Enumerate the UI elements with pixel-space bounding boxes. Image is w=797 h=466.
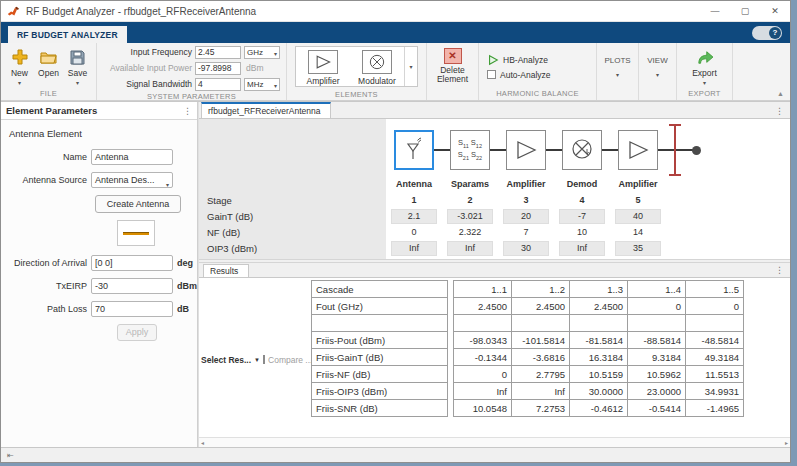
available-input-power-unit: dBm — [246, 63, 263, 73]
status-bar: ⇤ — [1, 447, 790, 462]
signal-bandwidth-field[interactable]: 4 — [195, 78, 241, 91]
toolstrip-collapse-icon[interactable]: ▲ — [777, 90, 784, 97]
input-frequency-unit-dropdown[interactable]: GHz ▾ — [244, 46, 280, 59]
stage-row-label: GainT (dB) — [199, 211, 386, 222]
minimize-button[interactable]: — — [700, 1, 730, 21]
txeirp-field[interactable]: -30 — [91, 278, 173, 294]
results-cell: 30.0000 — [570, 383, 628, 400]
amplifier-element-button[interactable]: Amplifier — [296, 47, 350, 86]
chevron-down-icon: ▾ — [703, 79, 706, 85]
results-row-header[interactable]: Friis-SNR (dB) — [312, 400, 448, 417]
results-row-header[interactable]: Friis-GainT (dB) — [312, 349, 448, 366]
results-row-header[interactable] — [312, 315, 448, 332]
auto-analyze-checkbox[interactable]: Auto-Analyze — [487, 70, 551, 80]
new-button[interactable]: New ▾ — [5, 45, 34, 88]
results-table: CascadeFout (GHz)Friis-Pout (dBm)Friis-G… — [311, 280, 744, 437]
block-amplifier[interactable] — [618, 130, 658, 170]
stage-value-field[interactable]: -7 — [559, 209, 605, 224]
results-row-header[interactable]: Friis-NF (dB) — [312, 366, 448, 383]
panel-menu-icon[interactable]: ⋮ — [183, 106, 192, 116]
export-button[interactable]: Export ▾ — [685, 45, 725, 88]
output-marker[interactable] — [669, 124, 681, 176]
results-tab[interactable]: Results — [203, 264, 249, 277]
compare-label: Compare ... — [268, 355, 311, 365]
stage-value-field[interactable]: -3.021 — [447, 209, 493, 224]
document-tab[interactable]: rfbudget_RFReceiverAntenna — [201, 102, 331, 118]
available-input-power-field[interactable]: -97.8998 — [195, 62, 241, 75]
output-port-icon[interactable] — [692, 146, 701, 155]
results-menu-icon[interactable]: ⋮ — [775, 265, 784, 275]
plots-dropdown-button[interactable]: PLOTS ▾ — [601, 45, 634, 88]
input-frequency-label: Input Frequency — [103, 47, 195, 57]
delete-icon: ✕ — [444, 48, 462, 64]
results-row-header[interactable]: Cascade — [312, 281, 448, 298]
signal-bandwidth-unit-dropdown[interactable]: MHz ▾ — [244, 78, 280, 91]
stage-value-field[interactable]: 2.1 — [391, 209, 437, 224]
rf-chain: S11 S12S21 S22 — [386, 124, 790, 176]
name-field[interactable]: Antenna — [91, 149, 173, 165]
open-button[interactable]: Open — [34, 45, 63, 88]
new-dropdown-icon[interactable]: ▾ — [18, 79, 21, 85]
modulator-element-button[interactable]: Modulator — [350, 47, 404, 86]
scroll-left-icon[interactable]: ◂ — [201, 439, 204, 446]
results-cell: 49.3184 — [686, 349, 744, 366]
results-row-header[interactable]: Fout (GHz) — [312, 298, 448, 315]
stage-value-field[interactable]: Inf — [559, 241, 605, 256]
harmonic-balance-section-label: HARMONIC BALANCE — [479, 88, 596, 100]
block-antenna[interactable] — [394, 130, 434, 170]
antenna-source-dropdown[interactable]: Antenna Des... ▾ — [91, 172, 173, 188]
elements-section: Amplifier Modulator ▾ ELEMENTS — [287, 43, 427, 100]
save-dropdown-icon[interactable]: ▾ — [76, 79, 79, 85]
available-input-power-label: Available Input Power — [103, 63, 195, 73]
input-frequency-field[interactable]: 2.45 — [195, 46, 241, 59]
select-results-arrow-icon[interactable]: ▼ — [254, 357, 260, 363]
view-dropdown-button[interactable]: VIEW ▾ — [643, 45, 672, 88]
results-cell: 11.5513 — [686, 366, 744, 383]
block-demod[interactable] — [562, 130, 602, 170]
scroll-right-icon[interactable]: ▸ — [785, 439, 788, 446]
maximize-button[interactable]: ▢ — [730, 1, 760, 21]
results-row-header[interactable]: Friis-OIP3 (dBm) — [312, 383, 448, 400]
play-icon — [487, 54, 499, 66]
results-cell: -1.4965 — [686, 400, 744, 417]
results-cell: -3.6816 — [512, 349, 570, 366]
close-button[interactable]: ✕ — [760, 1, 790, 21]
hb-analyze-button[interactable]: HB-Analyze — [487, 54, 551, 66]
antenna-source-label: Antenna Source — [9, 175, 91, 185]
compare-checkbox[interactable] — [263, 355, 265, 364]
stage-value-field[interactable]: 20 — [503, 209, 549, 224]
export-section: Export ▾ EXPORT — [677, 43, 733, 100]
ribbon-tab-rf-budget-analyzer[interactable]: RF BUDGET ANALYZER — [8, 26, 127, 43]
status-collapse-icon[interactable]: ⇤ — [7, 451, 14, 460]
app-window: RF Budget Analyzer - rfbudget_RFReceiver… — [0, 0, 791, 463]
save-button[interactable]: Save ▾ — [63, 45, 92, 88]
horizontal-scrollbar[interactable]: ◂ ▸ — [199, 437, 790, 447]
block-amplifier[interactable] — [506, 130, 546, 170]
stage-row-label: NF (dB) — [199, 227, 386, 238]
document-menu-icon[interactable]: ⋮ — [775, 106, 784, 116]
direction-of-arrival-field[interactable]: [0 0] — [91, 255, 173, 271]
results-cell — [512, 315, 570, 332]
select-results-dropdown[interactable]: Select Res... — [201, 355, 251, 365]
results-row-header[interactable]: Friis-Pout (dBm) — [312, 332, 448, 349]
elements-gallery-dropdown[interactable]: ▾ — [404, 47, 417, 86]
block-sparams[interactable]: S11 S12S21 S22 — [450, 130, 490, 170]
elements-section-label: ELEMENTS — [287, 89, 426, 100]
stage-value-field[interactable]: Inf — [447, 241, 493, 256]
doa-unit: deg — [177, 258, 193, 268]
stage-value-field[interactable]: 40 — [615, 209, 661, 224]
create-antenna-button[interactable]: Create Antenna — [95, 195, 181, 213]
apply-button[interactable]: Apply — [117, 324, 157, 341]
stage-row-label: Stage — [199, 195, 386, 206]
chevron-down-icon: ▾ — [166, 178, 169, 184]
stage-value-field[interactable]: 35 — [615, 241, 661, 256]
results-cell — [628, 315, 686, 332]
matlab-icon — [7, 5, 20, 18]
chevron-down-icon: ▾ — [274, 50, 277, 56]
path-loss-unit: dB — [177, 304, 189, 314]
delete-element-button[interactable]: ✕ Delete Element — [431, 45, 474, 88]
path-loss-field[interactable]: 70 — [91, 301, 173, 317]
help-button[interactable]: ? — [752, 26, 782, 40]
stage-value-field[interactable]: 30 — [503, 241, 549, 256]
stage-value-field[interactable]: Inf — [391, 241, 437, 256]
